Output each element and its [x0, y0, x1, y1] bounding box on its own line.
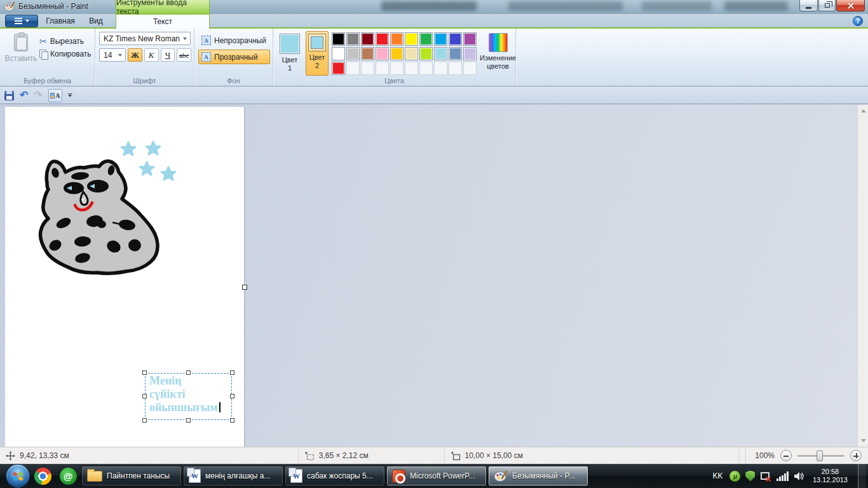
edit-colors-label-2: цветов	[487, 62, 509, 71]
language-indicator[interactable]: KK	[712, 471, 722, 480]
titlebar[interactable]: Безымянный - Paint Инструменты ввода тек…	[0, 0, 868, 14]
volume-icon[interactable]	[794, 471, 805, 481]
palette-color-swatch[interactable]	[361, 32, 374, 46]
stars	[121, 142, 175, 180]
palette-color-swatch[interactable]	[434, 47, 447, 60]
resize-handle[interactable]	[142, 370, 147, 375]
palette-color-swatch[interactable]	[376, 47, 389, 60]
text-line: сүйікті	[149, 388, 186, 400]
color1-button[interactable]: Цвет 1	[277, 31, 302, 76]
canvas-text-box[interactable]: Менің сүйікті ойыншығым	[145, 373, 232, 420]
taskbar-button-label: Пайнтпен танысы	[107, 471, 170, 480]
mail-agent-icon: @	[60, 468, 77, 485]
italic-button[interactable]: К	[144, 48, 159, 62]
palette-color-swatch[interactable]	[361, 47, 374, 60]
save-button[interactable]	[4, 91, 14, 100]
drawing-canvas[interactable]: Менің сүйікті ойыншығым	[5, 107, 244, 447]
show-desktop-button[interactable]	[858, 464, 865, 488]
edit-colors-button[interactable]: Изменение цветов	[480, 31, 516, 76]
zoom-slider-thumb[interactable]	[817, 451, 823, 461]
resize-handle[interactable]	[230, 370, 234, 375]
clock[interactable]: 20:58 13.12.2013	[813, 468, 848, 484]
contextual-tab-header: Инструменты ввода текста	[116, 0, 210, 14]
undo-button[interactable]: ↶	[20, 90, 28, 100]
underline-button[interactable]: Ч	[161, 48, 175, 62]
paste-button[interactable]: Вставить	[4, 32, 38, 76]
palette-color-swatch[interactable]	[332, 47, 345, 60]
text-tool-button[interactable]: A	[48, 89, 62, 102]
palette-color-swatch[interactable]	[463, 32, 477, 46]
taskbar-button-folder[interactable]: Пайнтпен танысы	[81, 466, 182, 486]
scroll-down-icon[interactable]	[861, 439, 866, 442]
palette-color-swatch[interactable]	[405, 47, 418, 60]
font-size-select[interactable]: 14	[99, 48, 126, 62]
font-family-select[interactable]: KZ Times New Roman	[99, 32, 191, 45]
word-document-icon: W	[290, 469, 302, 483]
resize-handle[interactable]	[186, 418, 191, 423]
palette-color-swatch[interactable]	[390, 32, 403, 46]
palette-color-swatch[interactable]	[346, 32, 360, 46]
zoom-slider[interactable]	[797, 455, 844, 457]
antivirus-shield-icon[interactable]	[745, 471, 755, 482]
palette-color-swatch[interactable]	[419, 47, 433, 60]
palette-empty-slot	[361, 62, 374, 75]
scroll-up-icon[interactable]	[861, 109, 866, 112]
zoom-in-button[interactable]	[850, 450, 862, 461]
help-icon[interactable]: ?	[853, 16, 863, 26]
palette-color-swatch[interactable]	[390, 47, 403, 60]
resize-handle[interactable]	[230, 394, 234, 398]
selection-size-value: 3,65 × 2,12 см	[319, 451, 369, 460]
transparent-background-button[interactable]: A Прозрачный	[198, 50, 270, 64]
application-menu-button[interactable]	[5, 15, 38, 27]
palette-empty-slot	[449, 62, 462, 75]
taskbar-button-label: Безымянный - P...	[512, 471, 575, 480]
palette-color-swatch[interactable]	[419, 32, 433, 46]
palette-color-swatch[interactable]	[434, 32, 447, 46]
close-button[interactable]	[836, 0, 865, 11]
palette-color-swatch[interactable]	[376, 32, 389, 46]
palette-color-swatch[interactable]	[463, 47, 477, 60]
palette-color-swatch[interactable]	[332, 62, 345, 75]
signal-strength-icon[interactable]	[776, 471, 789, 481]
color2-button[interactable]: Цвет 2	[306, 31, 329, 76]
redo-button-disabled[interactable]: ↷	[34, 90, 42, 100]
bold-button[interactable]: Ж	[128, 48, 142, 62]
mail-agent-taskbar-button[interactable]: @	[55, 464, 81, 488]
canvas-resize-handle[interactable]	[242, 285, 247, 290]
tab-home[interactable]: Главная	[41, 14, 80, 28]
minimize-icon	[806, 7, 811, 9]
utorrent-tray-icon[interactable]: µ	[729, 471, 740, 482]
opaque-background-button[interactable]: A Непрозрачный	[198, 33, 270, 48]
restore-button[interactable]	[818, 0, 836, 11]
taskbar-button-word-2[interactable]: W сабак жоспары 5...	[285, 466, 385, 486]
color2-label-2: 2	[315, 62, 319, 70]
customize-toolbar-button[interactable]	[68, 93, 72, 98]
vertical-scrollbar[interactable]	[857, 105, 868, 447]
color2-label-1: Цвет	[309, 53, 325, 62]
resize-handle[interactable]	[142, 418, 147, 423]
minimize-button[interactable]	[799, 0, 818, 11]
chrome-taskbar-button[interactable]	[30, 464, 55, 488]
image-size-icon	[451, 451, 461, 461]
palette-color-swatch[interactable]	[346, 47, 360, 60]
taskbar-button-powerpoint[interactable]: Microsoft PowerP...	[386, 466, 487, 486]
tab-text-active[interactable]: Текст	[116, 14, 210, 29]
palette-color-swatch[interactable]	[449, 32, 462, 46]
strikethrough-button[interactable]: abc	[177, 48, 191, 62]
copy-button[interactable]: Копировать	[39, 50, 92, 58]
taskbar-button-word-1[interactable]: W менің алғашқы а...	[183, 466, 283, 486]
zoom-out-button[interactable]	[780, 450, 792, 461]
resize-handle[interactable]	[142, 394, 147, 398]
canvas-textbox-text[interactable]: Менің сүйікті ойыншығым	[146, 374, 231, 414]
resize-handle[interactable]	[230, 418, 234, 423]
start-button[interactable]	[6, 464, 30, 488]
resize-handle[interactable]	[186, 370, 191, 375]
taskbar-button-paint-active[interactable]: Безымянный - P...	[488, 466, 588, 486]
palette-color-swatch[interactable]	[405, 32, 418, 46]
tab-view[interactable]: Вид	[80, 14, 112, 28]
palette-color-swatch[interactable]	[332, 32, 345, 46]
palette-color-swatch[interactable]	[449, 47, 462, 60]
cut-button[interactable]: ✂ Вырезать	[39, 37, 92, 46]
transparent-icon: A	[201, 52, 211, 62]
network-error-icon[interactable]	[760, 471, 771, 481]
